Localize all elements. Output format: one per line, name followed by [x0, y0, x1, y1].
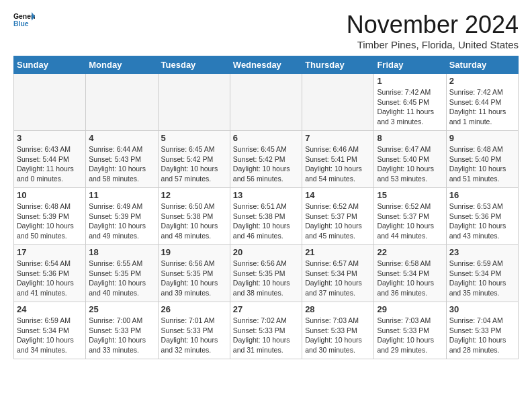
- daylight: Daylight: 10 hours and 35 minutes.: [449, 278, 515, 298]
- sunset: Sunset: 5:39 PM: [17, 212, 83, 222]
- weekday-header-sunday: Sunday: [14, 56, 86, 74]
- calendar-cell: 12Sunrise: 6:50 AMSunset: 5:38 PMDayligh…: [158, 188, 230, 245]
- sunset: Sunset: 5:35 PM: [89, 269, 154, 279]
- calendar-cell: 22Sunrise: 6:58 AMSunset: 5:34 PMDayligh…: [374, 245, 446, 302]
- day-number: 27: [233, 304, 299, 314]
- sunset: Sunset: 5:40 PM: [449, 154, 515, 165]
- daylight: Daylight: 10 hours and 36 minutes.: [377, 278, 443, 298]
- day-number: 25: [89, 304, 154, 314]
- calendar-cell: 29Sunrise: 7:03 AMSunset: 5:33 PMDayligh…: [374, 302, 446, 359]
- day-number: 5: [161, 133, 227, 143]
- day-info: Sunrise: 6:51 AMSunset: 5:38 PMDaylight:…: [233, 201, 299, 241]
- sunrise: Sunrise: 7:03 AM: [377, 316, 443, 326]
- sunset: Sunset: 5:36 PM: [449, 212, 515, 222]
- sunrise: Sunrise: 7:02 AM: [233, 316, 299, 326]
- calendar-cell: 5Sunrise: 6:45 AMSunset: 5:42 PMDaylight…: [158, 131, 230, 188]
- day-number: 14: [305, 190, 371, 200]
- daylight: Daylight: 10 hours and 32 minutes.: [161, 335, 227, 355]
- sunrise: Sunrise: 6:58 AM: [377, 259, 443, 269]
- sunset: Sunset: 5:40 PM: [377, 154, 443, 165]
- sunset: Sunset: 5:33 PM: [449, 326, 515, 336]
- day-number: 28: [305, 304, 371, 314]
- sunset: Sunset: 5:33 PM: [377, 326, 443, 336]
- sunrise: Sunrise: 6:43 AM: [17, 144, 83, 154]
- calendar-cell: 7Sunrise: 6:46 AMSunset: 5:41 PMDaylight…: [302, 131, 374, 188]
- day-info: Sunrise: 6:56 AMSunset: 5:35 PMDaylight:…: [233, 259, 299, 298]
- day-number: 9: [449, 133, 515, 143]
- daylight: Daylight: 10 hours and 46 minutes.: [233, 221, 299, 240]
- sunset: Sunset: 5:42 PM: [233, 154, 299, 165]
- day-number: 1: [377, 76, 443, 86]
- sunrise: Sunrise: 7:03 AM: [305, 316, 371, 326]
- daylight: Daylight: 10 hours and 49 minutes.: [89, 221, 154, 240]
- sunrise: Sunrise: 6:50 AM: [161, 201, 227, 212]
- sunset: Sunset: 5:33 PM: [233, 326, 299, 336]
- sunrise: Sunrise: 6:52 AM: [377, 201, 443, 212]
- sunset: Sunset: 5:35 PM: [161, 269, 227, 279]
- day-number: 24: [17, 304, 83, 314]
- header: General Blue November 2024 Timber Pines,…: [13, 11, 519, 50]
- day-number: 26: [161, 304, 227, 314]
- calendar-cell: [86, 74, 158, 131]
- sunset: Sunset: 5:44 PM: [17, 154, 83, 165]
- sunrise: Sunrise: 6:52 AM: [305, 201, 371, 212]
- day-number: 4: [89, 133, 154, 143]
- daylight: Daylight: 10 hours and 50 minutes.: [17, 221, 83, 240]
- weekday-header-monday: Monday: [86, 56, 158, 74]
- day-info: Sunrise: 7:42 AMSunset: 6:45 PMDaylight:…: [377, 87, 443, 127]
- month-title: November 2024: [347, 11, 519, 39]
- calendar-cell: [230, 74, 302, 131]
- sunset: Sunset: 5:38 PM: [233, 212, 299, 222]
- day-info: Sunrise: 6:49 AMSunset: 5:39 PMDaylight:…: [89, 201, 154, 241]
- calendar-cell: 27Sunrise: 7:02 AMSunset: 5:33 PMDayligh…: [230, 302, 302, 359]
- calendar-cell: 26Sunrise: 7:01 AMSunset: 5:33 PMDayligh…: [158, 302, 230, 359]
- calendar-cell: 11Sunrise: 6:49 AMSunset: 5:39 PMDayligh…: [86, 188, 158, 245]
- day-number: 16: [449, 190, 515, 200]
- calendar-cell: 1Sunrise: 7:42 AMSunset: 6:45 PMDaylight…: [374, 74, 446, 131]
- calendar-cell: 14Sunrise: 6:52 AMSunset: 5:37 PMDayligh…: [302, 188, 374, 245]
- sunset: Sunset: 5:34 PM: [449, 269, 515, 279]
- day-info: Sunrise: 7:03 AMSunset: 5:33 PMDaylight:…: [305, 316, 371, 355]
- location-title: Timber Pines, Florida, United States: [347, 39, 519, 50]
- svg-text:Blue: Blue: [13, 20, 29, 28]
- day-info: Sunrise: 6:45 AMSunset: 5:42 PMDaylight:…: [233, 144, 299, 184]
- daylight: Daylight: 10 hours and 57 minutes.: [161, 164, 227, 183]
- daylight: Daylight: 10 hours and 38 minutes.: [233, 278, 299, 298]
- sunset: Sunset: 5:36 PM: [17, 269, 83, 279]
- calendar-cell: 4Sunrise: 6:44 AMSunset: 5:43 PMDaylight…: [86, 131, 158, 188]
- sunrise: Sunrise: 7:42 AM: [377, 87, 443, 97]
- sunrise: Sunrise: 6:56 AM: [233, 259, 299, 269]
- day-info: Sunrise: 6:55 AMSunset: 5:35 PMDaylight:…: [89, 259, 154, 298]
- daylight: Daylight: 10 hours and 53 minutes.: [377, 164, 443, 183]
- calendar-cell: 19Sunrise: 6:56 AMSunset: 5:35 PMDayligh…: [158, 245, 230, 302]
- day-number: 7: [305, 133, 371, 143]
- daylight: Daylight: 10 hours and 51 minutes.: [449, 164, 515, 183]
- day-info: Sunrise: 7:02 AMSunset: 5:33 PMDaylight:…: [233, 316, 299, 355]
- calendar-cell: 10Sunrise: 6:48 AMSunset: 5:39 PMDayligh…: [14, 188, 86, 245]
- sunset: Sunset: 5:34 PM: [305, 269, 371, 279]
- day-info: Sunrise: 7:01 AMSunset: 5:33 PMDaylight:…: [161, 316, 227, 355]
- day-number: 10: [17, 190, 83, 200]
- calendar-cell: 28Sunrise: 7:03 AMSunset: 5:33 PMDayligh…: [302, 302, 374, 359]
- sunset: Sunset: 5:41 PM: [305, 154, 371, 165]
- calendar-cell: 9Sunrise: 6:48 AMSunset: 5:40 PMDaylight…: [446, 131, 518, 188]
- day-info: Sunrise: 6:52 AMSunset: 5:37 PMDaylight:…: [305, 201, 371, 241]
- sunset: Sunset: 6:44 PM: [449, 97, 515, 107]
- daylight: Daylight: 10 hours and 58 minutes.: [89, 164, 154, 183]
- calendar-cell: 13Sunrise: 6:51 AMSunset: 5:38 PMDayligh…: [230, 188, 302, 245]
- day-info: Sunrise: 6:46 AMSunset: 5:41 PMDaylight:…: [305, 144, 371, 184]
- sunrise: Sunrise: 6:48 AM: [449, 144, 515, 154]
- sunrise: Sunrise: 7:04 AM: [449, 316, 515, 326]
- calendar-cell: 30Sunrise: 7:04 AMSunset: 5:33 PMDayligh…: [446, 302, 518, 359]
- day-number: 22: [377, 247, 443, 257]
- sunset: Sunset: 5:39 PM: [89, 212, 154, 222]
- day-info: Sunrise: 6:57 AMSunset: 5:34 PMDaylight:…: [305, 259, 371, 298]
- daylight: Daylight: 10 hours and 40 minutes.: [89, 278, 154, 298]
- calendar-cell: 20Sunrise: 6:56 AMSunset: 5:35 PMDayligh…: [230, 245, 302, 302]
- calendar-cell: 17Sunrise: 6:54 AMSunset: 5:36 PMDayligh…: [14, 245, 86, 302]
- day-number: 15: [377, 190, 443, 200]
- sunrise: Sunrise: 6:51 AM: [233, 201, 299, 212]
- calendar-cell: 8Sunrise: 6:47 AMSunset: 5:40 PMDaylight…: [374, 131, 446, 188]
- sunrise: Sunrise: 6:49 AM: [89, 201, 154, 212]
- weekday-header-thursday: Thursday: [302, 56, 374, 74]
